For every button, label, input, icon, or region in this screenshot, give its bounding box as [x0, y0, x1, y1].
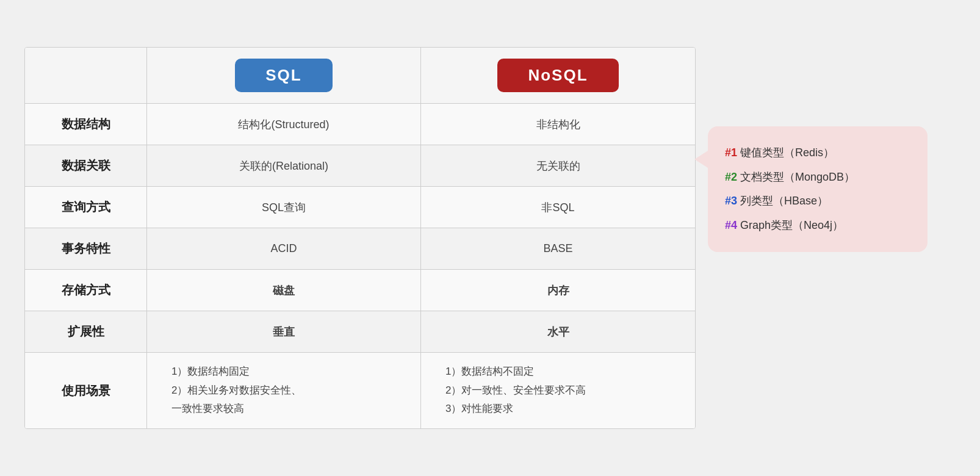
table-row: 数据关联 关联的(Relational) 无关联的 [25, 145, 695, 187]
row-nosql: 内存 [421, 270, 695, 311]
row-sql: 垂直 [147, 311, 421, 352]
callout-item-text: 文档类型（MongoDB） [737, 171, 855, 183]
row-label: 查询方式 [25, 187, 147, 228]
row-nosql: 无关联的 [421, 145, 695, 186]
comparison-table: SQL NoSQL 数据结构 结构化(Structured) 非结构化 数据关联… [24, 47, 696, 429]
row-nosql: BASE [421, 228, 695, 269]
callout-number: #4 [725, 219, 737, 231]
header-nosql-col: NoSQL [421, 48, 695, 103]
table-body: 数据结构 结构化(Structured) 非结构化 数据关联 关联的(Relat… [25, 104, 695, 428]
row-label: 存储方式 [25, 270, 147, 311]
use-case-nosql-line: 3）对性能要求 [445, 400, 513, 419]
table-row: 存储方式 磁盘 内存 [25, 270, 695, 311]
callout-item: #3 列类型（HBase） [725, 189, 910, 214]
row-label-use-case: 使用场景 [25, 353, 147, 428]
callout-number: #3 [725, 195, 737, 207]
table-header-row: SQL NoSQL [25, 48, 695, 104]
use-case-sql-line: 1）数据结构固定 [171, 362, 250, 381]
nosql-badge: NoSQL [497, 59, 618, 92]
callout-number: #2 [725, 171, 737, 183]
callout-item-text: Graph类型（Neo4j） [737, 219, 843, 231]
row-sql: 磁盘 [147, 270, 421, 311]
row-label: 数据结构 [25, 104, 147, 145]
callout-number: #1 [725, 146, 737, 159]
use-case-sql-line: 一致性要求较高 [171, 400, 244, 419]
callout-item-text: 列类型（HBase） [737, 195, 828, 207]
table-row-last: 使用场景 1）数据结构固定2）相关业务对数据安全性、一致性要求较高 1）数据结构… [25, 353, 695, 428]
row-nosql: 非结构化 [421, 104, 695, 145]
row-label: 扩展性 [25, 311, 147, 352]
page-wrapper: SQL NoSQL 数据结构 结构化(Structured) 非结构化 数据关联… [0, 29, 980, 447]
callout-item-text: 键值类型（Redis） [737, 146, 834, 159]
row-nosql: 非SQL [421, 187, 695, 228]
header-sql-col: SQL [147, 48, 421, 103]
row-sql: 结构化(Structured) [147, 104, 421, 145]
row-nosql: 水平 [421, 311, 695, 352]
row-label: 事务特性 [25, 228, 147, 269]
callout-item: #2 文档类型（MongoDB） [725, 165, 910, 190]
row-sql: ACID [147, 228, 421, 269]
callout-bubble: #1 键值类型（Redis）#2 文档类型（MongoDB）#3 列类型（HBa… [708, 126, 928, 252]
callout-item: #1 键值类型（Redis） [725, 141, 910, 165]
table-row: 扩展性 垂直 水平 [25, 311, 695, 353]
row-sql: 关联的(Relational) [147, 145, 421, 186]
use-case-sql-line: 2）相关业务对数据安全性、 [171, 381, 301, 400]
row-label: 数据关联 [25, 145, 147, 186]
header-label-col [25, 48, 147, 103]
callout-item: #4 Graph类型（Neo4j） [725, 214, 910, 238]
table-row: 数据结构 结构化(Structured) 非结构化 [25, 104, 695, 145]
row-nosql-use-case: 1）数据结构不固定2）对一致性、安全性要求不高3）对性能要求 [421, 353, 695, 428]
use-case-nosql-line: 2）对一致性、安全性要求不高 [445, 381, 586, 400]
sql-badge: SQL [235, 59, 332, 92]
row-sql-use-case: 1）数据结构固定2）相关业务对数据安全性、一致性要求较高 [147, 353, 421, 428]
callout-wrapper: #1 键值类型（Redis）#2 文档类型（MongoDB）#3 列类型（HBa… [708, 126, 928, 252]
table-row: 查询方式 SQL查询 非SQL [25, 187, 695, 228]
row-sql: SQL查询 [147, 187, 421, 228]
callout-content: #1 键值类型（Redis）#2 文档类型（MongoDB）#3 列类型（HBa… [725, 141, 910, 237]
use-case-nosql-line: 1）数据结构不固定 [445, 362, 534, 381]
table-row: 事务特性 ACID BASE [25, 228, 695, 270]
